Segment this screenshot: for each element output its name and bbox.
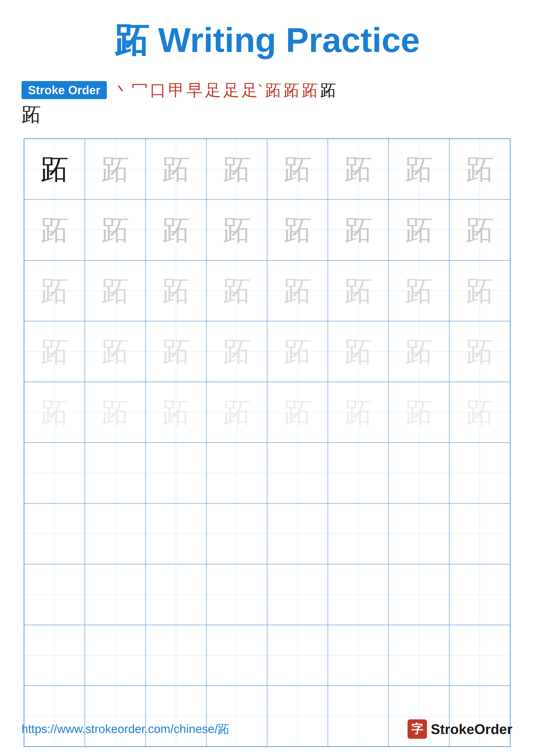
grid-char: 跖 — [344, 398, 372, 426]
stroke-5: 早 — [187, 82, 203, 98]
brand-name: StrokeOrder — [431, 721, 513, 737]
grid-char: 跖 — [405, 398, 433, 426]
grid-char: 跖 — [344, 216, 372, 244]
grid-cell[interactable] — [146, 564, 206, 625]
stroke-order-row: Stroke Order 丶 冖 口 甲 早 足 足 足` 跖 跖 跖 跖 — [21, 81, 513, 99]
grid-char: 跖 — [466, 398, 494, 426]
grid-cell[interactable] — [146, 503, 206, 564]
grid-cell: 跖 — [328, 260, 389, 321]
stroke-7: 足 — [223, 82, 239, 98]
grid-cell: 跖 — [146, 382, 206, 443]
grid-cell: 跖 — [449, 260, 510, 321]
grid-cell: 跖 — [85, 200, 146, 260]
grid-char: 跖 — [40, 338, 68, 365]
grid-cell[interactable] — [449, 564, 510, 625]
grid-cell[interactable] — [206, 564, 267, 625]
grid-cell[interactable] — [389, 503, 449, 564]
grid-cell[interactable] — [85, 625, 146, 686]
grid-char: 跖 — [40, 155, 68, 183]
stroke-10: 跖 — [284, 82, 300, 98]
grid-cell: 跖 — [146, 260, 206, 321]
grid-char: 跖 — [284, 277, 312, 305]
grid-cell[interactable] — [267, 625, 328, 686]
stroke-1: 丶 — [113, 82, 129, 98]
stroke-6: 足 — [205, 82, 221, 98]
grid-cell: 跖 — [449, 382, 510, 443]
grid-char: 跖 — [223, 155, 251, 183]
grid-cell: 跖 — [328, 139, 389, 200]
grid-cell[interactable] — [267, 564, 328, 625]
grid-char: 跖 — [405, 155, 433, 183]
grid-cell[interactable] — [267, 443, 328, 503]
grid-cell: 跖 — [267, 139, 328, 200]
grid-cell[interactable] — [206, 503, 267, 564]
grid-cell: 跖 — [449, 139, 510, 200]
grid-cell[interactable] — [24, 564, 85, 625]
grid-cell[interactable] — [449, 443, 510, 503]
grid-char: 跖 — [101, 398, 129, 426]
stroke-11: 跖 — [302, 82, 318, 98]
grid-cell: 跖 — [146, 200, 206, 260]
grid-char: 跖 — [344, 277, 372, 305]
grid-cell: 跖 — [389, 260, 449, 321]
grid-cell: 跖 — [206, 382, 267, 443]
grid-char: 跖 — [284, 216, 312, 244]
grid-cell[interactable] — [389, 625, 449, 686]
grid-char: 跖 — [223, 338, 251, 365]
grid-cell: 跖 — [85, 321, 146, 382]
grid-cell: 跖 — [85, 382, 146, 443]
grid-cell[interactable] — [449, 625, 510, 686]
grid-cell[interactable] — [328, 443, 389, 503]
grid-char: 跖 — [40, 277, 68, 305]
grid-cell[interactable] — [449, 503, 510, 564]
grid-cell: 跖 — [328, 382, 389, 443]
grid-cell[interactable] — [24, 625, 85, 686]
grid-char: 跖 — [284, 155, 312, 183]
grid-cell[interactable] — [328, 625, 389, 686]
grid-cell[interactable] — [206, 625, 267, 686]
grid-cell: 跖 — [389, 321, 449, 382]
grid-cell[interactable] — [328, 503, 389, 564]
grid-cell[interactable] — [146, 443, 206, 503]
grid-cell[interactable] — [85, 503, 146, 564]
grid-cell[interactable] — [267, 503, 328, 564]
footer-brand: 字 StrokeOrder — [408, 719, 513, 739]
grid-cell: 跖 — [328, 200, 389, 260]
grid-char: 跖 — [466, 155, 494, 183]
grid-char: 跖 — [223, 277, 251, 305]
grid-cell: 跖 — [85, 139, 146, 200]
grid-char: 跖 — [405, 338, 433, 365]
grid-char: 跖 — [162, 338, 190, 365]
grid-char: 跖 — [101, 155, 129, 183]
stroke-4: 甲 — [168, 82, 184, 98]
grid-cell[interactable] — [328, 564, 389, 625]
grid-cell: 跖 — [449, 200, 510, 260]
grid-cell: 跖 — [328, 321, 389, 382]
grid-char: 跖 — [466, 277, 494, 305]
brand-icon: 字 — [408, 719, 427, 739]
grid-cell: 跖 — [24, 321, 85, 382]
grid-cell[interactable] — [206, 443, 267, 503]
grid-char: 跖 — [223, 216, 251, 244]
stroke-sequence: 丶 冖 口 甲 早 足 足 足` 跖 跖 跖 跖 — [113, 82, 336, 98]
grid-char: 跖 — [162, 216, 190, 244]
stroke-order-badge: Stroke Order — [21, 81, 107, 99]
grid-char: 跖 — [284, 398, 312, 426]
grid-cell[interactable] — [146, 625, 206, 686]
grid-cell[interactable] — [24, 443, 85, 503]
grid-cell: 跖 — [267, 200, 328, 260]
footer: https://www.strokeorder.com/chinese/跖 字 … — [21, 719, 513, 739]
grid-char: 跖 — [344, 338, 372, 365]
grid-cell: 跖 — [389, 200, 449, 260]
grid-cell[interactable] — [389, 564, 449, 625]
stroke-3: 口 — [150, 82, 166, 98]
footer-url: https://www.strokeorder.com/chinese/跖 — [21, 721, 230, 737]
grid-char: 跖 — [344, 155, 372, 183]
stroke-9: 跖 — [265, 82, 281, 98]
grid-cell[interactable] — [389, 443, 449, 503]
grid-cell[interactable] — [85, 443, 146, 503]
grid-cell: 跖 — [267, 260, 328, 321]
grid-cell[interactable] — [85, 564, 146, 625]
grid-cell[interactable] — [24, 503, 85, 564]
grid-cell: 跖 — [146, 139, 206, 200]
